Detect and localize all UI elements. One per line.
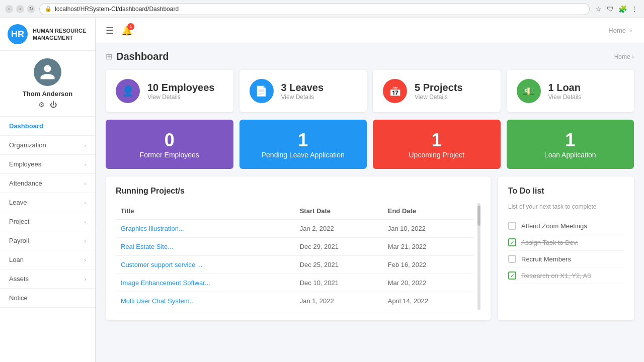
table-inner: TitleStart DateEnd Date Graphics Illustr… — [116, 203, 473, 310]
user-avatar-icon — [39, 63, 56, 81]
todo-text-0: Attend Zoom Meetings — [521, 222, 587, 230]
stat-link-3[interactable]: View Details — [548, 94, 624, 101]
nav-label: Employees — [9, 160, 41, 168]
table-scrollbar[interactable] — [477, 203, 480, 310]
sidebar-item-organization[interactable]: Organization› — [0, 136, 95, 155]
table-body: Graphics Illustration... Jan 2, 2022 Jan… — [116, 219, 473, 310]
sidebar-item-project[interactable]: Project› — [0, 212, 95, 231]
power-icon[interactable]: ⏻ — [50, 101, 57, 109]
breadcrumb-area: Home › — [140, 27, 634, 34]
sidebar-header: HR HUMAN RESOURCE MANAGEMENT — [0, 18, 95, 51]
stat-info-1: 3 Leaves View Details — [281, 82, 357, 101]
stat-link-1[interactable]: View Details — [281, 94, 357, 101]
table-row: Multi User Chat System... Jan 1, 2022 Ap… — [116, 292, 473, 310]
todo-item-1: ✓ Assign Task to Dev. — [508, 234, 624, 251]
sidebar-item-employees[interactable]: Employees› — [0, 155, 95, 174]
stat-link-0[interactable]: View Details — [147, 94, 223, 101]
counter-card-3: 1 Loan Application — [507, 120, 634, 169]
counter-label-0: Former Employees — [140, 151, 199, 159]
user-section: Thom Anderson ⚙ ⏻ — [0, 51, 95, 117]
todo-list: Attend Zoom Meetings ✓ Assign Task to De… — [508, 218, 624, 284]
column-header-end-date: End Date — [383, 203, 473, 219]
project-start-3: Dec 10, 2021 — [295, 274, 383, 292]
stat-number-0: 10 Employees — [147, 82, 223, 94]
table-row: Customer support service ... Dec 25, 202… — [116, 256, 473, 274]
stat-number-1: 3 Leaves — [281, 82, 357, 94]
breadcrumb-home[interactable]: Home — [608, 27, 626, 34]
table-row: Real Estate Site... Dec 29, 2021 Mar 21,… — [116, 238, 473, 256]
project-title-1[interactable]: Real Estate Site... — [116, 238, 295, 256]
breadcrumb-separator: › — [630, 27, 632, 34]
stat-link-2[interactable]: View Details — [415, 94, 491, 101]
sidebar-item-dashboard[interactable]: Dashboard — [0, 117, 95, 136]
breadcrumb: Home › — [608, 27, 634, 34]
project-end-1: Mar 21, 2022 — [383, 238, 473, 256]
bottom-section: Running Project/s TitleStart DateEnd Dat… — [106, 176, 634, 320]
chevron-right-icon: › — [84, 257, 86, 263]
counter-number-3: 1 — [565, 130, 575, 151]
todo-checkbox-2[interactable] — [508, 255, 516, 263]
counter-card-0: 0 Former Employees — [106, 120, 233, 169]
nav-label: Attendance — [9, 179, 42, 187]
sidebar-item-notice[interactable]: Notice — [0, 289, 95, 308]
todo-checkbox-0[interactable] — [508, 222, 516, 230]
stat-card-leaves: 📄 3 Leaves View Details — [239, 70, 367, 112]
todo-section: To Do list List of your next task to com… — [498, 176, 634, 320]
avatar — [34, 58, 61, 86]
refresh-button[interactable]: ↻ — [27, 5, 35, 13]
projects-table: TitleStart DateEnd Date Graphics Illustr… — [116, 203, 473, 310]
stat-number-2: 5 Projects — [415, 82, 491, 94]
column-header-title: Title — [116, 203, 295, 219]
page-title: Dashboard — [116, 51, 169, 62]
browser-actions: ☆ 🛡 🧩 ⋮ — [594, 5, 639, 14]
stat-icon-0: 👤 — [116, 79, 140, 103]
breadcrumb-right: Home › — [614, 53, 634, 60]
settings-icon[interactable]: ⚙ — [38, 101, 45, 109]
logo-icon: HR — [8, 24, 28, 44]
sidebar-item-assets[interactable]: Assets› — [0, 269, 95, 289]
nav-label: Notice — [9, 294, 28, 302]
nav-label: Assets — [9, 275, 29, 283]
puzzle-icon[interactable]: 🧩 — [618, 5, 627, 14]
project-title-0[interactable]: Graphics Illustration... — [116, 219, 295, 238]
sidebar-item-loan[interactable]: Loan› — [0, 250, 95, 269]
project-title-2[interactable]: Customer support service ... — [116, 256, 295, 274]
notification-bell-button[interactable]: 🔔 1 — [121, 25, 132, 36]
bookmark-icon[interactable]: ☆ — [594, 5, 603, 14]
todo-item-3: ✓ Research on X1, Y2, A3 — [508, 267, 624, 284]
sidebar-nav: DashboardOrganization›Employees›Attendan… — [0, 117, 95, 308]
page-title-area: ⊞ Dashboard — [106, 51, 169, 62]
project-end-0: Jan 10, 2022 — [383, 219, 473, 238]
project-title-3[interactable]: Image Enhancement Softwar... — [116, 274, 295, 292]
sidebar-item-attendance[interactable]: Attendance› — [0, 174, 95, 193]
stat-icon-3: 💵 — [517, 79, 541, 103]
todo-checkbox-3[interactable]: ✓ — [508, 272, 516, 280]
user-name: Thom Anderson — [23, 90, 72, 98]
menu-icon[interactable]: ⋮ — [630, 5, 639, 14]
project-title-4[interactable]: Multi User Chat System... — [116, 292, 295, 310]
chevron-right-icon: › — [84, 219, 86, 225]
counter-label-3: Loan Application — [544, 151, 596, 159]
hamburger-menu-button[interactable]: ☰ — [106, 25, 114, 36]
todo-checkbox-1[interactable]: ✓ — [508, 238, 516, 246]
main-content: ☰ 🔔 1 Home › ⊞ Dashboard Home › — [96, 18, 644, 362]
counter-number-1: 1 — [298, 130, 308, 151]
dashboard-content: ⊞ Dashboard Home › 👤 10 Employees View D… — [96, 43, 644, 362]
nav-label: Loan — [9, 256, 24, 263]
stat-info-0: 10 Employees View Details — [147, 82, 223, 101]
url-text: localhost/HRSystem-CI/dashboard/Dashboar… — [55, 6, 179, 13]
shield-icon[interactable]: 🛡 — [606, 5, 615, 14]
scrollbar-thumb[interactable] — [477, 206, 480, 226]
chevron-right-icon: › — [84, 142, 86, 148]
chevron-right-icon: › — [84, 238, 86, 244]
sidebar-item-payroll[interactable]: Payroll› — [0, 231, 95, 250]
logo-text: HUMAN RESOURCE MANAGEMENT — [33, 27, 86, 42]
projects-table-title: Running Project/s — [116, 187, 480, 196]
table-header: TitleStart DateEnd Date — [116, 203, 473, 219]
back-button[interactable]: ‹ — [5, 5, 13, 13]
sidebar-item-leave[interactable]: Leave› — [0, 193, 95, 212]
forward-button[interactable]: › — [16, 5, 24, 13]
stat-icon-1: 📄 — [250, 79, 274, 103]
address-bar[interactable]: 🔒 localhost/HRSystem-CI/dashboard/Dashbo… — [39, 3, 590, 15]
table-wrapper: TitleStart DateEnd Date Graphics Illustr… — [116, 203, 480, 310]
